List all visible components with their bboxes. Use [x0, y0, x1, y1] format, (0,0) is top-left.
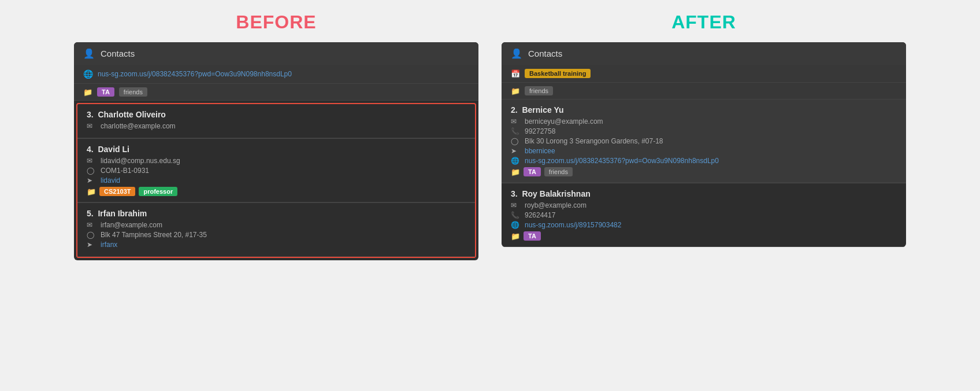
after-bernice-email-row: ✉ berniceyu@example.com	[511, 117, 897, 126]
telegram-icon-david: ➤	[87, 176, 96, 185]
after-bernice-email: berniceyu@example.com	[525, 117, 603, 126]
after-bernice-tag-ta: TA	[524, 167, 541, 176]
before-david-telegram[interactable]: lidavid	[101, 176, 120, 185]
before-irfan-email-row: ✉ irfan@example.com	[87, 221, 466, 229]
before-contacts-panel: 👤 Contacts 🌐 nus-sg.zoom.us/j/0838243537…	[74, 42, 478, 260]
before-charlotte-email-row: ✉ charlotte@example.com	[87, 122, 466, 130]
before-david-address: COM1-B1-0931	[101, 167, 149, 175]
email-icon-bernice: ✉	[511, 117, 520, 126]
location-icon-david: ◯	[87, 167, 96, 175]
before-top-link-bar: 🌐 nus-sg.zoom.us/j/08382435376?pwd=Oow3u…	[74, 65, 478, 84]
email-icon-irfan: ✉	[87, 221, 96, 229]
after-event-bar: 📅 Basketball training	[502, 65, 906, 83]
location-icon-bernice: ◯	[511, 137, 520, 145]
before-david-name: 4. David Li	[87, 145, 466, 154]
email-icon-david: ✉	[87, 157, 96, 165]
after-roy-email-row: ✉ royb@example.com	[511, 201, 897, 209]
location-icon-irfan: ◯	[87, 231, 96, 239]
after-contact-bernice: 2. Bernice Yu ✉ berniceyu@example.com 📞 …	[502, 99, 906, 183]
person-icon: 👤	[83, 48, 95, 59]
after-panel-header: 👤 Contacts	[502, 42, 906, 65]
before-irfan-address: Blk 47 Tampines Street 20, #17-35	[101, 231, 207, 239]
after-bernice-address: Blk 30 Lorong 3 Serangoon Gardens, #07-1…	[525, 137, 663, 145]
globe-icon-bernice: 🌐	[511, 157, 520, 165]
telegram-icon-bernice: ➤	[511, 147, 520, 155]
before-tag-ta: TA	[97, 87, 114, 97]
before-david-address-row: ◯ COM1-B1-0931	[87, 167, 466, 175]
after-roy-email: royb@example.com	[525, 201, 586, 209]
folder-icon-roy: 📁	[511, 232, 520, 241]
after-bernice-name: 2. Bernice Yu	[511, 105, 897, 115]
globe-icon-before: 🌐	[83, 69, 93, 79]
before-irfan-email: irfan@example.com	[101, 221, 162, 229]
after-roy-zoom[interactable]: nus-sg.zoom.us/j/89157903482	[525, 221, 621, 229]
folder-icon-bernice: 📁	[511, 168, 520, 176]
after-roy-tags: 📁 TA	[511, 231, 897, 241]
person-icon-after: 👤	[511, 48, 522, 59]
before-tags-bar: 📁 TA friends	[74, 84, 478, 101]
before-title: BEFORE	[236, 12, 316, 33]
globe-icon-roy: 🌐	[511, 221, 520, 229]
after-bernice-zoom[interactable]: nus-sg.zoom.us/j/08382435376?pwd=Oow3u9N…	[525, 157, 719, 165]
before-irfan-name: 5. Irfan Ibrahim	[87, 209, 466, 218]
after-title: AFTER	[671, 12, 736, 33]
after-roy-name: 3. Roy Balakrishnan	[511, 189, 897, 198]
after-panel-title: Contacts	[528, 49, 562, 58]
highlighted-contacts-group: 3. Charlotte Oliveiro ✉ charlotte@exampl…	[76, 103, 476, 258]
before-panel-title: Contacts	[101, 49, 135, 58]
before-section: BEFORE 👤 Contacts 🌐 nus-sg.zoom.us/j/083…	[74, 12, 478, 260]
before-charlotte-name: 3. Charlotte Oliveiro	[87, 110, 466, 119]
after-bernice-zoom-row: 🌐 nus-sg.zoom.us/j/08382435376?pwd=Oow3u…	[511, 157, 897, 165]
folder-icon-after: 📁	[511, 87, 520, 95]
before-panel-header: 👤 Contacts	[74, 42, 478, 65]
before-david-tag-professor: professor	[139, 187, 177, 196]
after-bernice-tags: 📁 TA friends	[511, 167, 897, 176]
email-icon-charlotte: ✉	[87, 122, 96, 130]
before-david-tags: 📁 CS2103T professor	[87, 187, 466, 196]
before-zoom-link[interactable]: nus-sg.zoom.us/j/08382435376?pwd=Oow3u9N…	[98, 70, 292, 78]
before-irfan-telegram[interactable]: irfanx	[101, 241, 117, 249]
folder-icon-david: 📁	[87, 187, 96, 196]
calendar-icon-after: 📅	[511, 69, 520, 78]
before-irfan-telegram-row: ➤ irfanx	[87, 241, 466, 249]
before-tag-friends: friends	[119, 87, 147, 97]
after-bernice-phone-row: 📞 99272758	[511, 127, 897, 135]
after-bernice-tag-friends: friends	[544, 167, 573, 176]
folder-icon-before: 📁	[83, 88, 92, 97]
after-roy-phone: 92624417	[525, 211, 555, 219]
telegram-icon-irfan: ➤	[87, 241, 96, 249]
after-bernice-telegram[interactable]: bbernicee	[525, 147, 555, 155]
before-contact-david: 4. David Li ✉ lidavid@comp.nus.edu.sg ◯ …	[77, 139, 475, 202]
phone-icon-bernice: 📞	[511, 127, 520, 135]
after-roy-zoom-row: 🌐 nus-sg.zoom.us/j/89157903482	[511, 221, 897, 229]
after-roy-tag-ta: TA	[524, 231, 541, 241]
after-tag-friends: friends	[525, 86, 553, 95]
before-irfan-address-row: ◯ Blk 47 Tampines Street 20, #17-35	[87, 231, 466, 239]
after-bernice-telegram-row: ➤ bbernicee	[511, 147, 897, 155]
after-tags-bar: 📁 friends	[502, 83, 906, 99]
before-charlotte-email: charlotte@example.com	[101, 122, 176, 130]
before-david-tag-cs2103t: CS2103T	[99, 187, 135, 196]
after-contacts-panel: 👤 Contacts 📅 Basketball training 📁 frien…	[502, 42, 906, 247]
email-icon-roy: ✉	[511, 201, 520, 209]
before-contact-charlotte: 3. Charlotte Oliveiro ✉ charlotte@exampl…	[77, 104, 475, 138]
after-contact-roy: 3. Roy Balakrishnan ✉ royb@example.com 📞…	[502, 183, 906, 247]
before-david-telegram-row: ➤ lidavid	[87, 176, 466, 185]
before-david-email-row: ✉ lidavid@comp.nus.edu.sg	[87, 157, 466, 165]
after-roy-phone-row: 📞 92624417	[511, 211, 897, 219]
after-event-tag: Basketball training	[525, 69, 591, 78]
after-bernice-phone: 99272758	[525, 127, 555, 135]
after-bernice-address-row: ◯ Blk 30 Lorong 3 Serangoon Gardens, #07…	[511, 137, 897, 145]
before-david-email: lidavid@comp.nus.edu.sg	[101, 157, 180, 165]
before-contact-irfan: 5. Irfan Ibrahim ✉ irfan@example.com ◯ B…	[77, 203, 475, 257]
after-section: AFTER 👤 Contacts 📅 Basketball training 📁…	[502, 12, 906, 247]
phone-icon-roy: 📞	[511, 211, 520, 219]
